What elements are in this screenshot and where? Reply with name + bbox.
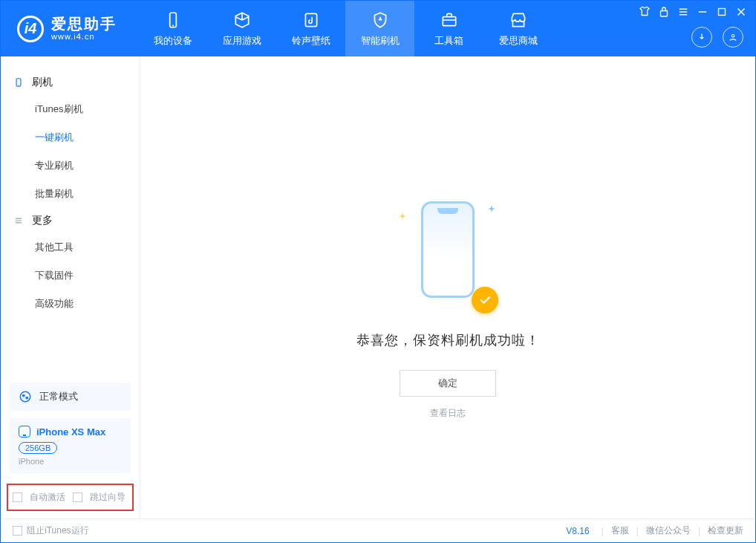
svg-rect-3 <box>661 11 668 17</box>
skip-guide-label: 跳过向导 <box>90 491 126 504</box>
menu-icon[interactable] <box>677 5 690 19</box>
list-icon <box>13 215 25 227</box>
maximize-button[interactable] <box>715 5 729 19</box>
sidebar-item[interactable]: 下载固件 <box>1 261 140 290</box>
storage-badge: 256GB <box>19 442 57 454</box>
header: i4 爱思助手 www.i4.cn 我的设备应用游戏铃声壁纸智能刷机工具箱爱思商… <box>1 1 755 56</box>
sidebar-item[interactable]: 高级功能 <box>1 290 140 318</box>
footer-link-wechat[interactable]: 微信公众号 <box>646 524 691 537</box>
flash-options: 自动激活 跳过向导 <box>7 484 134 511</box>
mode-icon <box>19 390 32 403</box>
sidebar-item[interactable]: 一键刷机 <box>1 123 140 152</box>
device-name: iPhone XS Max <box>36 426 105 438</box>
svg-rect-4 <box>719 9 726 16</box>
app-window: i4 爱思助手 www.i4.cn 我的设备应用游戏铃声壁纸智能刷机工具箱爱思商… <box>0 0 756 543</box>
sidebar-item[interactable]: iTunes刷机 <box>1 95 140 123</box>
tab-store[interactable]: 爱思商城 <box>483 1 553 56</box>
close-button[interactable] <box>734 5 748 19</box>
success-message: 恭喜您，保资料刷机成功啦！ <box>356 331 540 349</box>
sidebar-section-title: 更多 <box>1 208 140 233</box>
mode-text: 正常模式 <box>39 390 78 403</box>
app-name: 爱思助手 <box>51 16 117 31</box>
phone-icon <box>19 426 30 438</box>
header-actions <box>691 27 743 48</box>
app-url: www.i4.cn <box>51 33 117 41</box>
music-icon <box>302 10 321 30</box>
tab-music[interactable]: 铃声壁纸 <box>276 1 345 56</box>
auto-activate-label: 自动激活 <box>30 491 65 504</box>
svg-point-8 <box>22 394 25 397</box>
toolbox-icon <box>440 10 459 30</box>
svg-point-5 <box>731 35 734 38</box>
store-icon <box>509 10 528 30</box>
block-itunes-label: 阻止iTunes运行 <box>27 524 89 537</box>
tab-cube[interactable]: 应用游戏 <box>207 1 276 56</box>
auto-activate-checkbox[interactable] <box>13 492 22 502</box>
sidebar: 刷机iTunes刷机一键刷机专业刷机批量刷机更多其他工具下载固件高级功能 正常模… <box>1 56 140 518</box>
device-info[interactable]: iPhone XS Max 256GB iPhone <box>10 418 131 473</box>
device-mode[interactable]: 正常模式 <box>10 383 131 411</box>
check-icon <box>472 287 498 313</box>
cube-icon <box>232 10 252 30</box>
version: V8.16 <box>566 526 589 536</box>
svg-rect-1 <box>305 13 316 26</box>
footer: 阻止iTunes运行 V8.16 | 客服 | 微信公众号 | 检查更新 <box>1 518 755 542</box>
lock-icon[interactable] <box>657 5 671 19</box>
device-icon <box>163 10 183 30</box>
window-controls <box>630 1 755 23</box>
shirt-icon[interactable] <box>638 5 651 19</box>
svg-point-7 <box>20 391 30 402</box>
logo-icon: i4 <box>17 16 44 42</box>
sidebar-item[interactable]: 批量刷机 <box>1 180 140 208</box>
main-content: 恭喜您，保资料刷机成功啦！ 确定 查看日志 <box>140 56 755 518</box>
profile-button[interactable] <box>723 27 743 48</box>
download-button[interactable] <box>691 27 712 48</box>
skip-guide-checkbox[interactable] <box>73 492 82 502</box>
svg-point-9 <box>25 397 28 400</box>
device-type: iPhone <box>19 457 122 466</box>
logo: i4 爱思助手 www.i4.cn <box>1 16 138 42</box>
tab-toolbox[interactable]: 工具箱 <box>414 1 483 56</box>
success-illustration <box>403 190 492 309</box>
block-itunes-checkbox[interactable] <box>13 526 22 536</box>
footer-link-update[interactable]: 检查更新 <box>708 524 743 537</box>
minimize-button[interactable] <box>696 5 709 19</box>
sidebar-section-title: 刷机 <box>1 70 140 95</box>
ok-button[interactable]: 确定 <box>400 370 496 397</box>
shield-icon <box>371 10 390 30</box>
sidebar-item[interactable]: 专业刷机 <box>1 152 140 180</box>
svg-rect-2 <box>443 16 455 25</box>
footer-link-support[interactable]: 客服 <box>611 524 629 537</box>
header-tabs: 我的设备应用游戏铃声壁纸智能刷机工具箱爱思商城 <box>138 1 553 56</box>
phone-icon <box>13 77 25 88</box>
body: 刷机iTunes刷机一键刷机专业刷机批量刷机更多其他工具下载固件高级功能 正常模… <box>1 56 755 518</box>
view-log-link[interactable]: 查看日志 <box>430 407 466 420</box>
tab-device[interactable]: 我的设备 <box>138 1 207 56</box>
tab-shield[interactable]: 智能刷机 <box>345 1 414 56</box>
sidebar-item[interactable]: 其他工具 <box>1 233 140 261</box>
